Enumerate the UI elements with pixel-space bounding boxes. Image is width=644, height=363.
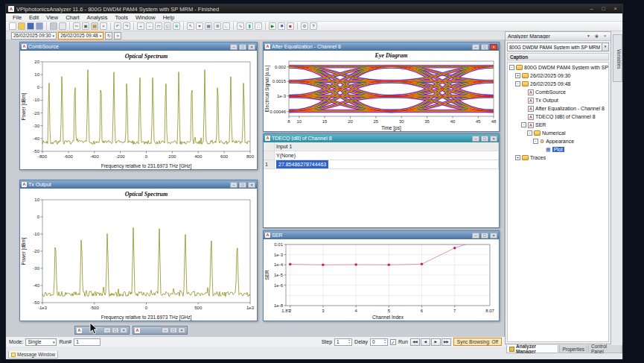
tree-expander-icon[interactable]: - [515, 81, 520, 86]
panel-combsource[interactable]: A CombSource – □ × Optical Spectrum-800-… [19, 42, 258, 170]
panel-titlebar[interactable]: A After Equalization - Channel 8 – □ × [264, 42, 499, 51]
grid-icon[interactable]: ▦ [205, 22, 212, 30]
zoom-window-icon[interactable]: ▭ [155, 22, 162, 30]
panel-maximize-button[interactable]: □ [239, 44, 246, 50]
help-icon[interactable]: ? [310, 22, 317, 30]
panel-close-button[interactable]: × [490, 44, 497, 50]
tree-expander-icon[interactable]: - [509, 65, 514, 70]
panel-minimize-button[interactable]: – [472, 233, 479, 239]
panel-close-button[interactable]: × [248, 182, 255, 188]
tdecq-table[interactable]: Input 1 Y(None) 1 27.85486278744463 [264, 142, 499, 169]
panel-tdecq[interactable]: A TDECQ [dB] of Channel 8 – □ × Input 1 [263, 133, 500, 228]
menu-view[interactable]: View [42, 14, 62, 21]
run-icon[interactable]: ▶ [269, 22, 276, 30]
print-icon[interactable] [50, 22, 57, 30]
minimized-panel-2[interactable]: A – □ × [133, 326, 188, 335]
zoom-fit-icon[interactable]: ◱ [164, 22, 171, 30]
analyzer-manager-header[interactable]: Analyzer Manager ▾ ◉ × [506, 32, 610, 41]
delay-input[interactable]: 0 ▴▾ [370, 338, 388, 346]
cut-icon[interactable]: ✂ [73, 22, 80, 30]
panel-maximize-button[interactable]: □ [239, 182, 246, 188]
panel-minimize-button[interactable]: – [230, 44, 237, 50]
tree-item-26-02-2025-09-30[interactable]: +26/02/2025 09:30 [508, 72, 608, 80]
window-titlebar[interactable]: A VPIphotonicsAnalyzer 11.6 - 800G DWDM … [6, 4, 622, 13]
run-selector-2[interactable]: 26/02/2025 09:48▾ [58, 32, 103, 40]
pan-icon[interactable]: ⊕ [173, 22, 180, 30]
close-icon[interactable]: × [602, 34, 608, 40]
axes-icon[interactable]: ∟ [223, 22, 230, 30]
table-row[interactable]: Y(None) [264, 151, 499, 160]
jump-end-button[interactable]: ▶▶ [441, 338, 451, 346]
restore-button[interactable]: – [103, 327, 111, 333]
redo-icon[interactable]: ↷ [123, 22, 130, 30]
panel-maximize-button[interactable]: □ [481, 136, 488, 142]
menu-help[interactable]: Help [159, 14, 178, 21]
table-row[interactable]: 1 27.85486278744463 [264, 160, 499, 169]
delete-run-icon[interactable]: × [114, 32, 121, 40]
tree-item-ser[interactable]: -ASER [508, 121, 608, 129]
table-cell[interactable]: 27.85486278744463 [275, 160, 499, 168]
tree-item-800g-dwdm-pam4-system-with-sp-mrm[interactable]: -800G DWDM PAM4 System with SP MRM [508, 63, 608, 72]
tree-expander-icon[interactable]: + [515, 73, 520, 78]
tree-item-after-equalization-channel-8[interactable]: AAfter Equalization - Channel 8 [508, 104, 608, 113]
panel-close-button[interactable]: × [490, 136, 497, 142]
spinner-icon[interactable]: ▴▾ [384, 339, 386, 344]
menu-chart[interactable]: Chart [62, 14, 83, 21]
run-selector-1[interactable]: 26/02/2025 09:30▾ [11, 32, 57, 40]
panel-minimize-button[interactable]: – [472, 44, 479, 50]
open-icon[interactable] [18, 22, 25, 30]
dock-tab-control-panel[interactable]: Control Panel [588, 345, 622, 353]
step-back-button[interactable]: ◀ [421, 338, 430, 346]
tree-item-tdecq-db-of-channel-8[interactable]: ATDECQ [dB] of Channel 8 [508, 113, 608, 121]
tx-output-spectrum-chart[interactable]: Optical Spectrum-1e3-50005001e3100-10-20… [20, 189, 257, 321]
maximize-button[interactable]: □ [170, 327, 177, 333]
panel-minimize-button[interactable]: – [230, 182, 237, 188]
pause-icon[interactable]: ▮▮ [278, 22, 285, 30]
minimize-button[interactable]: – [587, 5, 596, 13]
menu-analysis[interactable]: Analysis [83, 14, 112, 21]
mode-select[interactable]: Single ▾ [25, 338, 57, 346]
chevron-down-icon[interactable]: ▾ [602, 43, 608, 51]
restore-button[interactable]: – [162, 327, 169, 333]
panel-close-button[interactable]: × [490, 233, 497, 239]
close-button[interactable]: × [178, 327, 185, 333]
minimized-panel-1[interactable]: A – □ × [74, 326, 130, 335]
ser-chart[interactable]: 2345671.878.070.011e-31e-41e-51e-61e-8Ch… [264, 239, 499, 321]
print-preview-icon[interactable] [59, 22, 66, 30]
zoom-out-icon[interactable]: − [146, 22, 153, 30]
panel-close-button[interactable]: × [248, 44, 255, 50]
panel-maximize-button[interactable]: □ [481, 233, 488, 239]
maximize-button[interactable]: □ [112, 327, 119, 333]
panel-ser[interactable]: A SER – □ × 2345671.878.070.011e-31e-41e… [263, 230, 500, 321]
zoom-in-icon[interactable]: + [137, 22, 144, 30]
tree-expander-icon[interactable]: - [533, 139, 538, 144]
menu-file[interactable]: File [9, 14, 25, 21]
menu-window[interactable]: Window [132, 14, 159, 21]
eye-diagram-chart[interactable]: Eye Diagram81015202530354045480.0020.001… [264, 51, 499, 131]
stop-icon[interactable]: ■ [287, 22, 294, 30]
caption-header[interactable]: Caption [507, 53, 609, 60]
run-checkbox[interactable]: ✓ [390, 339, 396, 345]
step-input[interactable]: 1 ▴▾ [334, 338, 352, 346]
jump-start-button[interactable]: ◀◀ [410, 338, 420, 346]
save-icon[interactable] [27, 22, 34, 30]
dock-tab-analyzer-manager[interactable]: Analyzer Manager [506, 345, 558, 353]
chevron-down-icon[interactable]: ▾ [585, 34, 592, 40]
panel-titlebar[interactable]: A SER – □ × [264, 231, 499, 239]
tree-item-numerical[interactable]: -Numerical [508, 129, 608, 137]
panel-maximize-button[interactable]: □ [481, 44, 488, 50]
marker-icon[interactable]: ▾ [196, 22, 203, 30]
undo-icon[interactable]: ↶ [114, 22, 121, 30]
message-window-tab[interactable]: Message Window [8, 351, 58, 359]
save-all-icon[interactable] [36, 22, 43, 30]
close-button[interactable]: × [610, 5, 620, 13]
run-number-input[interactable]: 1 [74, 338, 101, 346]
close-button[interactable]: × [120, 327, 127, 333]
delete-icon[interactable]: × [100, 22, 107, 30]
tree-item-traces[interactable]: +Traces [508, 154, 608, 162]
chart-bar-icon[interactable]: ▮ [246, 22, 253, 30]
panel-tx-output[interactable]: A Tx Output – □ × Optical Spectrum-1e3-5… [19, 180, 258, 321]
panel-minimize-button[interactable]: – [472, 136, 479, 142]
menu-tools[interactable]: Tools [111, 14, 132, 21]
chart-scatter-icon[interactable]: ∴ [255, 22, 262, 30]
